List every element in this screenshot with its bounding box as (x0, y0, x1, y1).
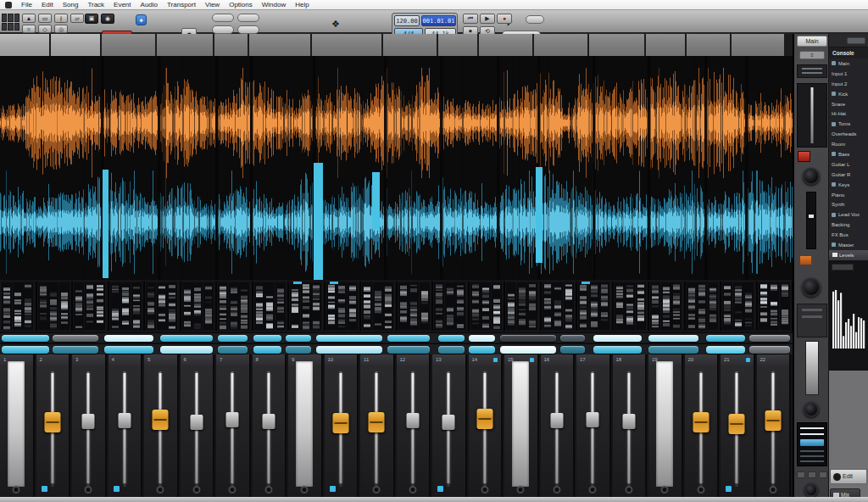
channel-knob[interactable] (481, 486, 488, 494)
mixer-channel-17[interactable]: 17 (576, 354, 611, 497)
option-button[interactable] (808, 471, 816, 478)
mixer-channel-4[interactable]: 4 (108, 354, 143, 497)
list-item[interactable]: Keys (829, 180, 868, 190)
level-bar[interactable] (160, 335, 213, 342)
menu-item-help[interactable]: Help (295, 0, 309, 9)
fader-cap[interactable] (442, 415, 455, 430)
level-bar[interactable] (104, 335, 153, 342)
fader-cap[interactable] (44, 412, 60, 432)
list-item[interactable]: Snare (829, 99, 868, 109)
app-icon[interactable] (5, 2, 12, 8)
fader-cap[interactable] (118, 413, 131, 428)
menu-item-window[interactable]: Window (262, 0, 286, 9)
channel-knob[interactable] (229, 486, 236, 494)
channel-knob[interactable] (769, 486, 776, 494)
level-bar[interactable] (160, 346, 213, 354)
list-item[interactable]: Input 2 (829, 79, 868, 89)
level-bar[interactable] (560, 346, 585, 354)
fader-cap[interactable] (82, 414, 95, 429)
level-bar[interactable] (648, 346, 698, 354)
ruler-segment[interactable] (214, 34, 248, 56)
level-bar[interactable] (706, 346, 745, 354)
level-bar[interactable] (387, 346, 430, 354)
channel-knob[interactable] (192, 486, 200, 494)
level-bar[interactable] (560, 335, 585, 342)
list-item[interactable]: Bass (829, 149, 868, 159)
mixer-channel-1[interactable]: 1 (0, 354, 35, 497)
menu-item-transport[interactable]: Transport (167, 0, 196, 9)
mixer-channel-11[interactable]: 11 (360, 354, 395, 497)
mixer-channel-2[interactable]: 2 (36, 354, 71, 497)
position-display[interactable]: 001.01.01 (421, 15, 456, 26)
mixer-channel-12[interactable]: 12 (397, 354, 431, 497)
level-bar[interactable] (53, 346, 98, 354)
mixer-channel-16[interactable]: 16 (541, 354, 576, 497)
eraser-tool[interactable]: ▱ (70, 14, 84, 23)
level-bar[interactable] (53, 335, 98, 342)
mixer-channel-3[interactable]: 3 (72, 354, 107, 497)
level-bar[interactable] (438, 335, 465, 342)
pointer-tool[interactable]: ▲ (22, 14, 36, 23)
level-bar[interactable] (593, 335, 642, 342)
mixer-channel-8[interactable]: 8 (253, 354, 287, 497)
list-item[interactable]: Guitar R (829, 170, 868, 180)
list-item[interactable]: Backing (829, 220, 868, 230)
options-pill-button[interactable] (526, 15, 544, 24)
level-bar[interactable] (749, 346, 790, 354)
list-item[interactable]: Master (829, 240, 868, 250)
clip-led[interactable] (798, 151, 810, 162)
monitor-knob[interactable] (804, 402, 819, 417)
level-bar[interactable] (2, 335, 49, 342)
quantize-button[interactable] (212, 14, 234, 22)
fader-cap[interactable] (190, 415, 203, 430)
mixer-channel-20[interactable]: 20 (685, 354, 720, 497)
rewind-button[interactable]: ⏮ (463, 14, 478, 24)
fader-cap[interactable] (332, 413, 348, 433)
level-bar[interactable] (104, 346, 153, 354)
menu-item-view[interactable]: View (205, 0, 220, 9)
channel-knob[interactable] (13, 486, 20, 494)
ruler-segment[interactable] (383, 34, 437, 56)
mixer-channel-10[interactable]: 10 (325, 354, 359, 497)
record-button[interactable]: ● (497, 14, 512, 24)
channel-knob[interactable] (301, 486, 309, 494)
split-tool[interactable]: ∤ (54, 14, 68, 23)
mixer-channel-14[interactable]: 14 (469, 354, 504, 497)
mixer-channel-22[interactable]: 22 (757, 354, 792, 497)
tempo-display[interactable]: 120.00 (394, 15, 420, 26)
fader-cap[interactable] (369, 412, 385, 432)
level-bar[interactable] (500, 346, 556, 354)
pan-knob[interactable] (802, 278, 821, 297)
channel-led[interactable] (330, 486, 336, 492)
option-button[interactable] (819, 471, 827, 478)
list-item[interactable]: Main (829, 59, 868, 69)
fader-cap[interactable] (153, 410, 169, 430)
fader-cap[interactable] (262, 414, 275, 429)
channel-knob[interactable] (373, 486, 381, 494)
ruler-segment[interactable] (312, 34, 381, 56)
menu-item-song[interactable]: Song (63, 0, 79, 9)
mixer-channel-18[interactable]: 18 (613, 354, 648, 497)
ruler-segment[interactable] (249, 34, 310, 56)
list-item[interactable]: Toms (829, 119, 868, 129)
list-item[interactable]: Guitar L (829, 159, 868, 170)
list-item[interactable]: Hi-Hat (829, 109, 868, 119)
mono-button[interactable]: ≡ (799, 51, 825, 59)
channel-knob[interactable] (589, 486, 597, 494)
workspace-switcher[interactable] (2, 14, 19, 31)
list-item[interactable]: Synth (829, 199, 868, 209)
ruler-segment[interactable] (646, 34, 685, 56)
channel-knob[interactable] (661, 486, 669, 494)
channel-led[interactable] (42, 486, 47, 492)
list-item[interactable]: FX Bus (829, 230, 868, 240)
level-bar[interactable] (316, 346, 382, 354)
level-bar[interactable] (706, 335, 745, 342)
plugin-icon[interactable]: ❖ (329, 20, 342, 32)
master-fader[interactable] (797, 83, 827, 148)
analyzer-mode-chip[interactable] (832, 264, 854, 271)
list-item[interactable]: Kick (829, 89, 868, 99)
phones-knob[interactable] (804, 483, 818, 497)
mixer-channel-5[interactable]: 5 (144, 354, 179, 497)
autoscroll-button[interactable] (237, 14, 259, 22)
blue-app-icon[interactable]: ✦ (136, 14, 147, 25)
